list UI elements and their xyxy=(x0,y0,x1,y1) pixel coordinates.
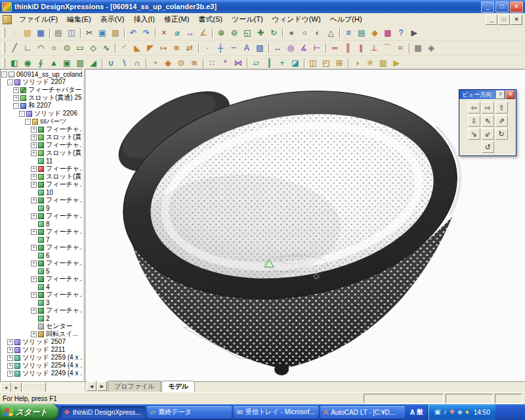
tree-expander[interactable]: - xyxy=(1,72,7,77)
print-preview[interactable]: ◫ xyxy=(65,26,78,39)
point[interactable]: ∙ xyxy=(201,41,214,54)
menu-modify[interactable]: 修正(M) xyxy=(159,13,194,26)
component[interactable]: ◰ xyxy=(320,56,333,70)
thread[interactable]: ≋ xyxy=(188,56,201,70)
tree-expander[interactable]: - xyxy=(13,103,19,109)
work-plane[interactable]: ▱ xyxy=(249,56,262,70)
perspective-view[interactable]: △ xyxy=(324,26,337,39)
view-left[interactable]: ⇦ xyxy=(468,102,480,114)
save-file[interactable]: ▦ xyxy=(34,26,47,39)
tree-expander[interactable]: + xyxy=(13,95,19,101)
tab-model[interactable]: モデル xyxy=(161,381,195,392)
layers[interactable]: ≡ xyxy=(342,26,355,39)
view-rotate-cw[interactable]: ↻ xyxy=(495,128,508,140)
toolbar-grip[interactable] xyxy=(2,43,5,53)
tree-expander[interactable]: + xyxy=(31,127,37,133)
palette-title-bar[interactable]: ビュー方向 ? ✕ xyxy=(459,90,516,99)
ime-language-bar[interactable]: A 般 xyxy=(410,408,423,417)
ime-input-mode[interactable]: A xyxy=(410,409,415,416)
chamfer-3d[interactable]: ◆ xyxy=(161,56,175,70)
material[interactable]: ◆ xyxy=(368,26,381,39)
revolve[interactable]: ◉ xyxy=(21,56,34,70)
tree-item[interactable]: + スロット(貫... xyxy=(1,149,82,157)
toolbar-grip[interactable] xyxy=(2,28,5,38)
view-bottom[interactable]: ⇩ xyxy=(468,115,480,127)
tray-volume[interactable]: ♪ xyxy=(444,409,447,415)
tray-display[interactable]: ▣ xyxy=(434,409,440,415)
tree-item[interactable]: + フィーチャ... xyxy=(1,306,82,314)
animation[interactable]: ▶ xyxy=(390,56,403,70)
tree-item[interactable]: + ソリッド 2249 (4 x ... xyxy=(1,369,82,377)
boolean-intersect[interactable]: ∩ xyxy=(131,56,144,70)
tree-scroll-left-button[interactable]: ◄ xyxy=(1,383,11,392)
shell[interactable]: ▣ xyxy=(60,56,74,70)
tree-expander[interactable]: + xyxy=(31,308,37,314)
offset[interactable]: ≋ xyxy=(170,41,183,54)
mirror-3d[interactable]: ⋈ xyxy=(232,56,245,70)
construction-line[interactable]: ╌ xyxy=(227,41,240,54)
paste[interactable]: ▧ xyxy=(109,26,122,39)
tree-expander[interactable]: + xyxy=(7,347,13,353)
fillet-2d[interactable]: ◜ xyxy=(117,41,131,54)
tree-expander[interactable]: + xyxy=(31,229,37,235)
mdi-minimize-button[interactable]: _ xyxy=(486,14,497,25)
toolbar-grip[interactable] xyxy=(2,58,5,68)
boolean-subtract[interactable]: ∖ xyxy=(117,56,131,70)
sketch-circle[interactable]: ○ xyxy=(47,41,60,54)
chamfer-2d[interactable]: ◣ xyxy=(131,41,144,54)
menu-file[interactable]: ファイル(F) xyxy=(14,13,62,26)
zoom-out[interactable]: ⊖ xyxy=(228,26,241,39)
menu-tools[interactable]: ツール(T) xyxy=(227,13,268,26)
tree-expander[interactable]: + xyxy=(31,276,37,282)
tree-scroll-thumb[interactable] xyxy=(22,383,46,392)
angular-dimension[interactable]: ∡ xyxy=(297,41,310,54)
pan[interactable]: ✚ xyxy=(254,26,267,39)
coordinate-system[interactable]: + xyxy=(276,56,289,70)
tree-expander[interactable]: - xyxy=(7,79,13,85)
task-folder-saishuu-data[interactable]: ▱ 最終データ xyxy=(147,406,232,419)
close-button[interactable]: ✕ xyxy=(510,1,523,12)
constraint-perpendicular[interactable]: ⊥ xyxy=(368,41,381,54)
cut[interactable]: ✂ xyxy=(83,26,96,39)
centerline[interactable]: ┼ xyxy=(214,41,227,54)
pattern-linear[interactable]: ∷ xyxy=(205,56,219,70)
tree-expander[interactable]: + xyxy=(31,174,37,180)
fillet-3d[interactable]: ◔ xyxy=(148,56,161,70)
maximize-button[interactable]: □ xyxy=(495,1,509,12)
menu-window[interactable]: ウィンドウ(W) xyxy=(268,13,326,26)
sketch-plane[interactable]: ◪ xyxy=(289,56,302,70)
constraint-vertical[interactable]: ║ xyxy=(341,41,354,54)
sketch-line[interactable]: ╱ xyxy=(8,41,21,54)
view-iso-sw[interactable]: ⇙ xyxy=(482,128,494,140)
tree-expander[interactable]: + xyxy=(31,213,37,219)
tree-item[interactable]: + フィーチャ... xyxy=(1,228,82,236)
radial-dimension[interactable]: ◎ xyxy=(284,41,297,54)
smart-dimension[interactable]: ↔ xyxy=(271,41,284,54)
hatch[interactable]: ▨ xyxy=(253,41,266,54)
tree-item[interactable]: + フィーチャ... xyxy=(1,291,82,299)
extrude[interactable]: ◧ xyxy=(8,56,21,70)
start-button[interactable]: スタート xyxy=(0,404,58,420)
tree-expander[interactable]: + xyxy=(31,166,37,172)
palette-help-button[interactable]: ? xyxy=(496,91,505,99)
menu-format[interactable]: 書式(S) xyxy=(194,13,227,26)
sketch-ellipse[interactable]: ⊙ xyxy=(60,41,74,54)
zoom-in[interactable]: ⊕ xyxy=(215,26,228,39)
select-tool[interactable]: ▶ xyxy=(408,26,421,39)
assembly[interactable]: ◫ xyxy=(306,56,320,70)
menu-view[interactable]: 表示(V) xyxy=(96,13,129,26)
tab-scroll-right[interactable]: ▶ xyxy=(97,381,107,391)
ordinate-dimension[interactable]: ⊢ xyxy=(310,41,324,54)
shaded-view[interactable]: ● xyxy=(285,26,298,39)
menu-edit[interactable]: 編集(E) xyxy=(62,13,96,26)
view-iso-ne[interactable]: ⇗ xyxy=(495,115,508,127)
extend[interactable]: ↦ xyxy=(157,41,170,54)
help[interactable]: ? xyxy=(394,26,408,39)
dimension[interactable]: ↔ xyxy=(184,26,197,39)
tree-expander[interactable]: + xyxy=(7,355,13,361)
sketch-rectangle[interactable]: ▭ xyxy=(74,41,87,54)
tree-expander[interactable]: + xyxy=(31,142,37,148)
constraint-horizontal[interactable]: ═ xyxy=(328,41,341,54)
task-outlook-inbox[interactable]: ✉ 受信トレイ - Microsof... xyxy=(234,406,318,419)
angle-measure[interactable]: ∠ xyxy=(197,26,210,39)
